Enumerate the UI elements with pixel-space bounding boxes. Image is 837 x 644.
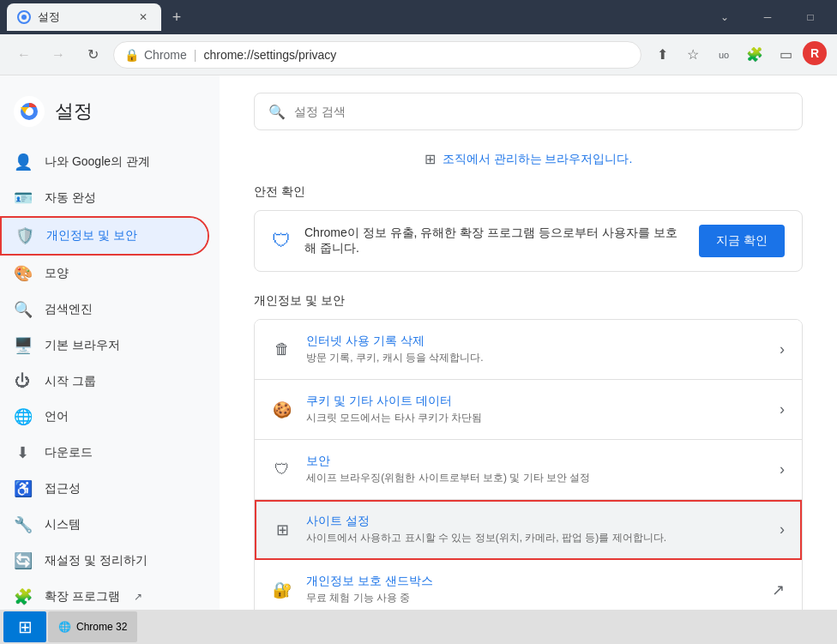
minimize-button[interactable]: ─ [748, 3, 787, 31]
sidebar-item-download[interactable]: ⬇ 다운로드 [0, 435, 209, 471]
settings-item-history-title: 인터넷 사용 기록 삭제 [306, 334, 766, 349]
sidebar-item-search[interactable]: 🔍 검색엔진 [0, 292, 209, 328]
sidebar-label-account: 나와 Google의 관계 [45, 154, 150, 170]
window-controls: ⌄ ─ □ [705, 3, 830, 31]
sidebar-item-reset[interactable]: 🔄 재설정 및 정리하기 [0, 543, 209, 579]
security-shield-icon: 🛡 [272, 460, 292, 478]
managed-text: 조직에서 관리하는 브라우저입니다. [443, 152, 633, 167]
settings-item-security-content: 보안 세이프 브라우징(위험한 사이트로부터 보호) 및 기타 보안 설정 [306, 454, 766, 485]
sidebar-label-system: 시스템 [45, 517, 81, 533]
settings-item-security-title: 보안 [306, 454, 766, 469]
sidebar-item-accessibility[interactable]: ♿ 접근성 [0, 471, 209, 507]
sidebar-item-account[interactable]: 👤 나와 Google의 관계 [0, 144, 209, 180]
monitor-icon: 🖥️ [14, 336, 31, 355]
arrow-right-icon-4: › [780, 521, 785, 539]
settings-item-security[interactable]: 🛡 보안 세이프 브라우징(위험한 사이트로부터 보호) 및 기타 보안 설정 … [255, 440, 802, 500]
wrench-icon: 🔧 [14, 515, 31, 534]
sidebar-item-autofill[interactable]: 🪪 자동 완성 [0, 180, 209, 216]
safe-check-button[interactable]: 지금 확인 [699, 225, 785, 257]
search-icon: 🔍 [14, 300, 31, 319]
person-shield-icon: 🔐 [272, 581, 292, 599]
active-tab[interactable]: 설정 ✕ [7, 3, 161, 31]
back-button[interactable]: ← [10, 41, 38, 69]
safe-section-title: 안전 확인 [254, 184, 803, 200]
profile-button[interactable]: R [803, 41, 827, 65]
accessibility-icon: ♿ [14, 479, 31, 498]
url-lock-icon: 🔒 [124, 48, 139, 62]
settings-item-history-content: 인터넷 사용 기록 삭제 방문 기록, 쿠키, 캐시 등을 삭제합니다. [306, 334, 766, 365]
main-layout: 설정 👤 나와 Google의 관계 🪪 자동 완성 🛡️ 개인정보 및 보안 … [0, 75, 837, 644]
search-input[interactable] [294, 105, 788, 118]
safe-card: 🛡 Chrome이 정보 유출, 유해한 확장 프로그램 등으로부터 사용자를 … [254, 210, 803, 272]
settings-item-cookies-title: 쿠키 및 기타 사이트 데이터 [306, 394, 766, 409]
svg-point-1 [21, 15, 27, 20]
url-bar[interactable]: 🔒 Chrome | chrome://settings/privacy [113, 41, 641, 69]
settings-item-sandbox-subtitle: 무료 체험 기능 사용 중 [306, 591, 758, 605]
arrow-right-icon-3: › [780, 460, 785, 478]
safe-shield-icon: 🛡 [272, 230, 291, 252]
sidebar-label-extensions: 확장 프로그램 [45, 589, 120, 605]
sidebar-label-accessibility: 접근성 [45, 481, 81, 497]
settings-item-sandbox-content: 개인정보 보호 샌드박스 무료 체험 기능 사용 중 [306, 574, 758, 605]
tab-favicon [17, 10, 31, 24]
power-icon: ⏻ [14, 372, 31, 390]
trash-icon: 🗑 [272, 340, 292, 358]
chevron-down-button[interactable]: ⌄ [705, 3, 744, 31]
puzzle-icon: 🧩 [14, 587, 31, 606]
palette-icon: 🎨 [14, 264, 31, 283]
sidebar-label-search: 검색엔진 [45, 302, 93, 317]
account-button[interactable]: uo [710, 41, 738, 69]
sidebar-label-autofill: 자동 완성 [45, 190, 96, 206]
sidebar-label-startup: 시작 그룹 [45, 374, 96, 389]
shield-icon-active: 🛡️ [15, 226, 33, 245]
sidebar-label-download: 다운로드 [45, 445, 93, 460]
url-chrome-text: Chrome [144, 48, 187, 62]
settings-item-cookies[interactable]: 🍪 쿠키 및 기타 사이트 데이터 시크릿 모드에서는 타사 쿠키가 차단됨 › [255, 380, 802, 440]
taskbar-chrome-icon: 🌐 [58, 621, 71, 633]
bookmark-button[interactable]: ☆ [679, 41, 707, 69]
sidebar-label-reset: 재설정 및 정리하기 [45, 553, 148, 569]
privacy-section-title: 개인정보 및 보안 [254, 292, 803, 309]
new-tab-button[interactable]: + [165, 5, 189, 29]
tab-close-button[interactable]: ✕ [135, 9, 151, 25]
taskbar: ⊞ 🌐 Chrome 32 [0, 610, 837, 644]
settings-list: 🗑 인터넷 사용 기록 삭제 방문 기록, 쿠키, 캐시 등을 삭제합니다. ›… [254, 319, 803, 620]
settings-item-site-settings[interactable]: ⊞ 사이트 설정 사이트에서 사용하고 표시할 수 있는 정보(위치, 카메라,… [255, 500, 802, 560]
settings-header: 설정 [0, 89, 220, 144]
addressbar: ← → ↻ 🔒 Chrome | chrome://settings/priva… [0, 34, 837, 75]
sidebar-item-system[interactable]: 🔧 시스템 [0, 507, 209, 543]
grid-icon: ⊞ [272, 521, 292, 539]
sidebar-label-browser: 기본 브라우저 [45, 338, 120, 353]
refresh-button[interactable]: ↻ [79, 41, 106, 69]
extension-button[interactable]: 🧩 [741, 41, 768, 69]
titlebar: 설정 ✕ + ⌄ ─ □ [0, 0, 837, 34]
share-button[interactable]: ⬆ [648, 41, 676, 69]
addressbar-actions: ⬆ ☆ uo 🧩 ▭ R [648, 41, 827, 69]
sidebar-item-language[interactable]: 🌐 언어 [0, 399, 209, 435]
settings-item-site-content: 사이트 설정 사이트에서 사용하고 표시할 수 있는 정보(위치, 카메라, 팝… [306, 514, 766, 545]
start-button[interactable]: ⊞ [3, 611, 46, 642]
managed-icon: ⊞ [425, 151, 436, 167]
settings-item-history-subtitle: 방문 기록, 쿠키, 캐시 등을 삭제합니다. [306, 351, 766, 365]
taskbar-chrome-label: Chrome 32 [76, 621, 127, 633]
settings-item-sandbox-title: 개인정보 보호 샌드박스 [306, 574, 758, 589]
search-box[interactable]: 🔍 [254, 93, 803, 130]
external-link-icon-2: ↗ [772, 581, 785, 599]
sidebar-item-startup[interactable]: ⏻ 시작 그룹 [0, 364, 209, 399]
person-icon: 👤 [14, 153, 31, 172]
settings-item-cookies-subtitle: 시크릿 모드에서는 타사 쿠키가 차단됨 [306, 411, 766, 425]
forward-button[interactable]: → [45, 41, 72, 69]
taskbar-chrome-item[interactable]: 🌐 Chrome 32 [48, 611, 137, 642]
search-icon-content: 🔍 [268, 104, 286, 120]
settings-item-history[interactable]: 🗑 인터넷 사용 기록 삭제 방문 기록, 쿠키, 캐시 등을 삭제합니다. › [255, 320, 802, 380]
sidebar-item-browser[interactable]: 🖥️ 기본 브라우저 [0, 328, 209, 364]
settings-title: 설정 [55, 99, 93, 124]
restore-button[interactable]: □ [791, 3, 830, 31]
settings-item-site-title: 사이트 설정 [306, 514, 766, 529]
sidebar-item-appearance[interactable]: 🎨 모양 [0, 256, 209, 292]
sidebar-item-privacy[interactable]: 🛡️ 개인정보 및 보안 [2, 218, 208, 254]
settings-item-cookies-content: 쿠키 및 기타 사이트 데이터 시크릿 모드에서는 타사 쿠키가 차단됨 [306, 394, 766, 425]
url-separator: | [194, 48, 197, 62]
content-area: 🔍 ⊞ 조직에서 관리하는 브라우저입니다. 안전 확인 🛡 Chrome이 정… [220, 75, 837, 644]
sidebar-toggle-button[interactable]: ▭ [772, 41, 799, 69]
